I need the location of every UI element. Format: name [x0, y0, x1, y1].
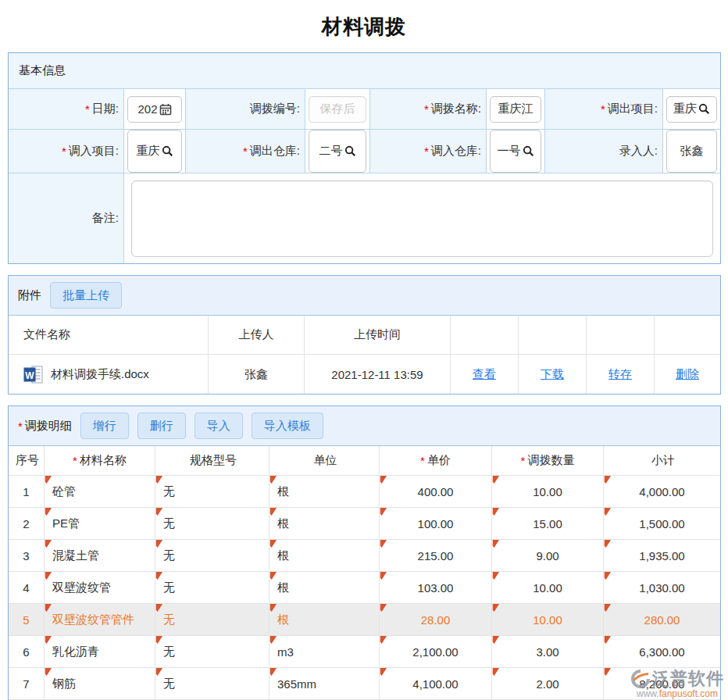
cell-unit[interactable]: 根 [269, 604, 379, 636]
cell-qty[interactable]: 10.00 [491, 604, 603, 636]
cell-unit[interactable]: 根 [269, 476, 379, 508]
cell-spec[interactable]: 无 [155, 508, 269, 540]
calendar-icon[interactable] [159, 103, 172, 116]
edit-marker [45, 572, 52, 580]
edit-marker [269, 604, 277, 612]
edit-marker [604, 572, 611, 580]
cell-price[interactable]: 103.00 [379, 572, 491, 604]
out-warehouse-input[interactable]: 二号 [309, 130, 366, 173]
remark-label: 备注: [9, 173, 123, 263]
in-warehouse-input[interactable]: 一号 [490, 130, 541, 173]
cell-qty[interactable]: 9.00 [491, 540, 603, 572]
edit-marker [492, 540, 499, 548]
table-row: 2 PE管 无 根 100.00 15.00 1,500.00 [9, 508, 720, 540]
cell-qty[interactable]: 2.00 [491, 668, 603, 700]
cell-qty[interactable]: 10.00 [491, 476, 603, 508]
cell-seq: 7 [9, 668, 44, 700]
cell-price[interactable]: 400.00 [379, 476, 491, 508]
import-template-button[interactable]: 导入模板 [252, 412, 323, 439]
remark-textarea[interactable] [131, 180, 713, 257]
basic-info-section: 基本信息 *日期: 202 调拨编号: 保存后 *调拨名称: 重庆江 *调出项目… [8, 52, 721, 264]
delete-link[interactable]: 删除 [676, 367, 699, 382]
attachments-section: 附件 批量上传 文件名称 上传人 上传时间 W 材料调拨手续.docx 张鑫 2… [8, 275, 721, 395]
col-file-name: 文件名称 [9, 316, 208, 355]
edit-marker [269, 668, 277, 676]
search-icon[interactable] [344, 145, 356, 157]
details-table-header: 序号 *材料名称 规格型号 单位 *单价 *调拨数量 小计 [9, 446, 720, 476]
basic-info-grid: *日期: 202 调拨编号: 保存后 *调拨名称: 重庆江 *调出项目: 重庆 … [9, 88, 720, 263]
cell-unit[interactable]: 365mm [269, 668, 379, 700]
edit-marker [269, 476, 277, 484]
table-row: 7 钢筋 无 365mm 4,100.00 2.00 8,200.00 [9, 668, 720, 700]
cell-material-name[interactable]: 双壁波纹管 [44, 572, 155, 604]
cell-price[interactable]: 4,100.00 [379, 668, 491, 700]
delete-row-button[interactable]: 删行 [137, 412, 186, 439]
col-unit: 单位 [269, 446, 379, 476]
search-icon[interactable] [698, 103, 710, 115]
transfer-save-link[interactable]: 转存 [608, 367, 632, 382]
cell-price[interactable]: 215.00 [379, 540, 491, 572]
cell-unit[interactable]: 根 [269, 508, 379, 540]
cell-subtotal[interactable]: 280.00 [603, 604, 720, 636]
cell-price[interactable]: 100.00 [379, 508, 491, 540]
cell-material-name[interactable]: 钢筋 [44, 668, 155, 700]
transfer-name-input[interactable]: 重庆江 [490, 96, 541, 123]
cell-spec[interactable]: 无 [155, 668, 269, 700]
cell-spec[interactable]: 无 [155, 476, 269, 508]
cell-seq: 5 [9, 604, 44, 636]
view-link[interactable]: 查看 [473, 367, 496, 382]
search-icon[interactable] [523, 145, 534, 157]
cell-unit[interactable]: m3 [269, 636, 379, 668]
cell-price[interactable]: 28.00 [379, 604, 491, 636]
cell-material-name[interactable]: 砼管 [44, 476, 155, 508]
edit-marker [155, 668, 162, 676]
cell-subtotal[interactable]: 1,500.00 [603, 508, 720, 540]
cell-subtotal[interactable]: 1,935.00 [603, 540, 720, 572]
cell-unit[interactable]: 根 [269, 540, 379, 572]
edit-marker [155, 636, 162, 644]
cell-subtotal[interactable]: 8,200.00 [603, 668, 720, 700]
cell-spec[interactable]: 无 [155, 572, 269, 604]
edit-marker [492, 604, 499, 612]
in-project-input[interactable]: 重庆 [127, 130, 182, 173]
cell-spec[interactable]: 无 [155, 604, 269, 636]
in-project-label: *调入项目: [9, 129, 123, 173]
add-row-button[interactable]: 增行 [80, 412, 129, 439]
out-project-input[interactable]: 重庆 [666, 96, 717, 123]
cell-spec[interactable]: 无 [155, 636, 269, 668]
cell-qty[interactable]: 15.00 [491, 508, 603, 540]
attachment-uploader: 张鑫 [208, 355, 304, 394]
word-file-icon: W [23, 366, 44, 384]
attachment-file-name: 材料调拨手续.docx [51, 367, 149, 382]
edit-marker [155, 476, 162, 484]
search-icon[interactable] [162, 145, 173, 157]
edit-marker [269, 540, 277, 548]
cell-price[interactable]: 2,100.00 [379, 636, 491, 668]
edit-marker [45, 476, 52, 484]
batch-upload-button[interactable]: 批量上传 [50, 282, 122, 309]
edit-marker [269, 572, 277, 580]
cell-material-name[interactable]: 双壁波纹管管件 [44, 604, 155, 636]
cell-qty[interactable]: 10.00 [491, 572, 603, 604]
recorder-input[interactable]: 张鑫 [666, 130, 717, 173]
import-button[interactable]: 导入 [194, 412, 243, 439]
cell-seq: 2 [9, 508, 44, 540]
transfer-no-label: 调拨编号: [185, 88, 305, 129]
cell-material-name[interactable]: 乳化沥青 [44, 636, 155, 668]
edit-marker [492, 668, 499, 676]
cell-qty[interactable]: 3.00 [491, 636, 603, 668]
edit-marker [604, 540, 611, 548]
cell-subtotal[interactable]: 1,030.00 [603, 572, 720, 604]
cell-material-name[interactable]: PE管 [44, 508, 155, 540]
download-link[interactable]: 下载 [541, 367, 564, 382]
date-input[interactable]: 202 [127, 96, 182, 123]
col-subtotal: 小计 [603, 446, 720, 476]
edit-marker [380, 572, 387, 580]
cell-unit[interactable]: 根 [269, 572, 379, 604]
cell-subtotal[interactable]: 4,000.00 [603, 476, 720, 508]
cell-material-name[interactable]: 混凝土管 [44, 540, 155, 572]
date-label: *日期: [9, 88, 123, 129]
table-row: 1 砼管 无 根 400.00 10.00 4,000.00 [9, 476, 720, 508]
cell-spec[interactable]: 无 [155, 540, 269, 572]
cell-subtotal[interactable]: 6,300.00 [603, 636, 720, 668]
